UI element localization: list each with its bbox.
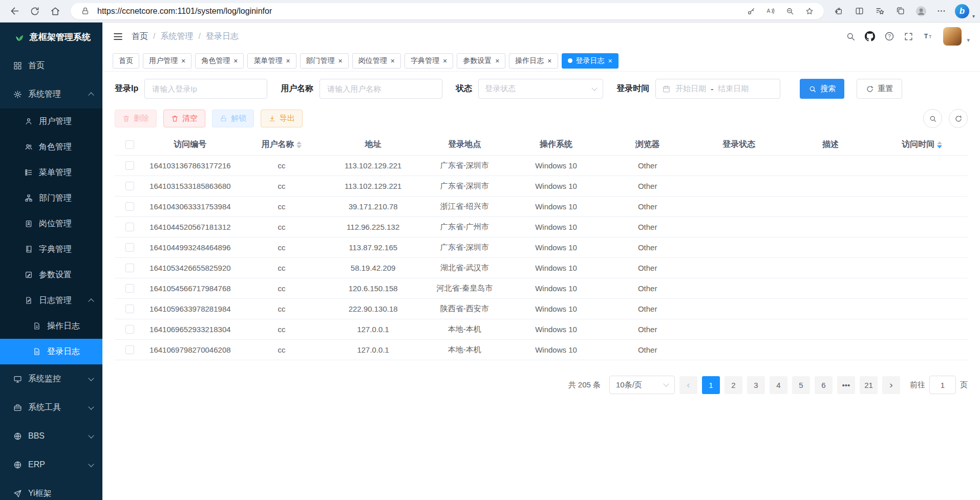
extensions-icon[interactable] [830,2,848,20]
tab-user-management[interactable]: 用户管理× [143,53,191,69]
tab-role-management[interactable]: 角色管理× [195,53,244,69]
user-avatar[interactable] [943,27,962,46]
password-key-icon[interactable] [744,4,758,18]
close-icon[interactable]: × [286,57,290,64]
login-ip-input[interactable] [144,79,267,99]
close-icon[interactable]: × [547,57,551,64]
zoom-out-icon[interactable] [783,4,797,18]
tab-home[interactable]: 首页 [113,53,139,69]
sidebar-item-system-monitor[interactable]: 系统监控 [0,364,102,393]
sidebar-item-login-log[interactable]: 登录日志 [0,339,102,364]
sidebar-toggle-icon[interactable] [113,31,123,42]
tab-parameter-settings[interactable]: 参数设置× [457,53,505,69]
close-icon[interactable]: × [608,57,612,64]
sidebar-item-parameter-settings[interactable]: 参数设置 [0,262,102,288]
favorites-hub-icon[interactable] [871,2,889,20]
table-row[interactable]: 1641059633978281984 cc 222.90.130.18 陕西省… [115,299,968,319]
next-page-button[interactable]: › [882,376,900,394]
sidebar-item-dictionary-management[interactable]: 字典管理 [0,236,102,262]
help-icon[interactable]: ? [884,31,894,41]
page-button-3[interactable]: 3 [747,376,765,394]
search-icon[interactable] [846,32,856,41]
row-checkbox[interactable] [125,284,134,293]
date-end-placeholder[interactable]: 结束日期 [718,84,749,94]
page-button-21[interactable]: 21 [860,376,878,394]
site-lock-icon[interactable] [78,4,92,18]
browser-refresh-button[interactable] [26,2,44,20]
goto-page-input[interactable] [929,376,956,394]
table-refresh-icon[interactable] [949,109,968,128]
table-row[interactable]: 1641069798270046208 cc 127.0.0.1 本地-本机 W… [115,340,968,360]
bing-chat-icon[interactable]: b [953,2,971,20]
tab-operation-log[interactable]: 操作日志× [509,53,558,69]
tab-department-management[interactable]: 部门管理× [300,53,349,69]
sidebar-item-role-management[interactable]: 角色管理 [0,134,102,160]
table-row[interactable]: 1641031367863177216 cc 113.102.129.221 广… [115,156,968,176]
table-row[interactable]: 1641054566717984768 cc 120.6.150.158 河北省… [115,278,968,299]
page-size-select[interactable]: 10条/页 [609,376,675,394]
search-button[interactable]: 搜索 [800,79,844,99]
table-row[interactable]: 1641069652933218304 cc 127.0.0.1 本地-本机 W… [115,319,968,340]
sort-icons[interactable] [937,141,942,148]
row-checkbox[interactable] [125,161,134,170]
tab-post-management[interactable]: 岗位管理× [352,53,401,69]
date-start-placeholder[interactable]: 开始日期 [675,84,706,94]
col-browser[interactable]: 浏览器 [602,139,693,150]
sidebar-item-system-management[interactable]: 系统管理 [0,80,102,108]
clear-button[interactable]: 清空 [163,110,205,127]
col-status[interactable]: 登录状态 [693,139,785,150]
browser-back-button[interactable] [5,2,24,20]
row-checkbox[interactable] [125,243,134,252]
page-button-6[interactable]: 6 [815,376,833,394]
browser-menu-icon[interactable] [932,2,951,20]
page-button-4[interactable]: 4 [770,376,787,394]
close-icon[interactable]: × [443,57,447,64]
row-checkbox[interactable] [125,182,134,190]
favorite-star-icon[interactable] [802,4,817,18]
tab-login-log[interactable]: 登录日志× [562,53,619,69]
delete-button[interactable]: 删除 [115,110,157,127]
breadcrumb-system[interactable]: 系统管理 [160,31,193,42]
sidebar-item-log-management[interactable]: 日志管理 [0,288,102,313]
page-button-1[interactable]: 1 [702,376,720,394]
close-icon[interactable]: × [233,57,238,64]
table-row[interactable]: 1641053426655825920 cc 58.19.42.209 湖北省-… [115,258,968,278]
col-visit-id[interactable]: 访问编号 [144,139,236,150]
address-bar[interactable]: https://ccnetcore.com:1101/system/log/lo… [71,3,824,19]
github-icon[interactable] [865,31,875,41]
status-select[interactable]: 登录状态 [478,79,603,99]
browser-home-button[interactable] [46,2,65,20]
close-icon[interactable]: × [495,57,499,64]
sidebar-item-operation-log[interactable]: 操作日志 [0,313,102,339]
col-visit-time[interactable]: 访问时间 [876,139,968,150]
row-checkbox[interactable] [125,264,134,272]
select-all-checkbox[interactable] [125,140,134,149]
table-search-toggle-icon[interactable] [923,109,942,128]
page-button-2[interactable]: 2 [725,376,742,394]
close-icon[interactable]: × [391,57,395,64]
table-row[interactable]: 1641043063331753984 cc 39.171.210.78 浙江省… [115,197,968,217]
breadcrumb-home[interactable]: 首页 [132,31,148,42]
col-address[interactable]: 地址 [327,139,419,150]
sort-icons[interactable] [296,141,302,148]
sidebar-item-home[interactable]: 首页 [0,51,102,80]
avatar-dropdown-caret-icon[interactable]: ▾ [967,37,970,44]
page-ellipsis-button[interactable]: ••• [837,376,855,394]
sidebar-item-yi-framework[interactable]: Yi框架 [0,479,102,500]
unlock-button[interactable]: 解锁 [212,110,254,127]
row-checkbox[interactable] [125,305,134,313]
close-icon[interactable]: × [181,57,185,64]
row-checkbox[interactable] [125,223,134,231]
read-aloud-icon[interactable]: A [763,4,778,18]
col-os[interactable]: 操作系统 [510,139,602,150]
fullscreen-icon[interactable] [904,32,913,41]
url-text[interactable]: https://ccnetcore.com:1101/system/log/lo… [97,7,739,16]
col-user-name[interactable]: 用户名称 [236,139,328,150]
date-range-picker[interactable]: 开始日期 - 结束日期 [655,79,780,99]
row-checkbox[interactable] [125,345,134,354]
row-checkbox[interactable] [125,325,134,334]
col-location[interactable]: 登录地点 [419,139,510,150]
split-screen-icon[interactable] [850,2,869,20]
sidebar-item-menu-management[interactable]: 菜单管理 [0,160,102,185]
collections-icon[interactable] [891,2,910,20]
